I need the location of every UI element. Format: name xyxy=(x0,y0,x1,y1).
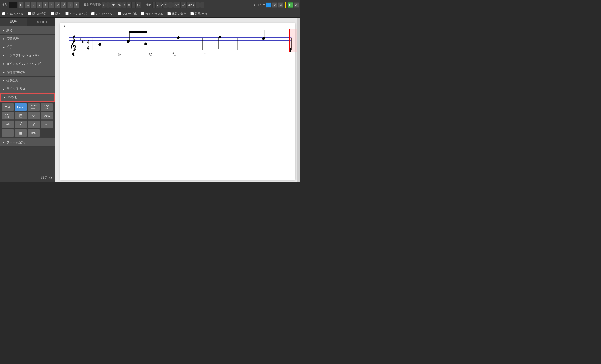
icon-block-text[interactable]: BlockText xyxy=(28,103,40,111)
func-H-btn[interactable]: H xyxy=(168,2,173,8)
icon-slash[interactable]: ⁄ xyxy=(15,120,27,128)
icon-box[interactable]: □ xyxy=(2,129,14,137)
note-64th[interactable]: 𝅘𝅥𝅰 xyxy=(61,2,66,8)
section-time-sig[interactable]: ▶ 拍子 xyxy=(0,43,55,51)
svg-point-21 xyxy=(177,36,180,39)
checkbox-stem-beam[interactable] xyxy=(190,12,194,15)
icon-grid-sym[interactable]: ⊞ xyxy=(15,112,27,120)
layer-p-btn[interactable]: P xyxy=(288,2,293,8)
note-sixteenth[interactable]: ♬ xyxy=(49,2,54,8)
section-label-expr: エクスプレッションマッ xyxy=(6,53,41,58)
off-btn[interactable]: off xyxy=(110,2,116,8)
icon-ped[interactable]: 𝒫ed. xyxy=(41,112,53,120)
note-32nd[interactable]: 𝅘𝅥𝅯 xyxy=(55,2,60,8)
icon-img[interactable]: IMG xyxy=(28,129,40,137)
tab-inspector[interactable]: Inspector xyxy=(27,18,55,26)
section-arrow-dyn2: ▶ xyxy=(3,79,5,82)
section-form[interactable]: ▶ フォーム記号 xyxy=(0,138,55,147)
layer-1-btn[interactable]: 1 xyxy=(266,2,271,8)
icon-asterisk[interactable]: ✳ xyxy=(2,120,14,128)
check-quantize[interactable]: クオンタイズ xyxy=(65,12,87,16)
note-eighth[interactable]: ♪ xyxy=(43,2,48,8)
T-button[interactable]: T xyxy=(67,2,73,8)
sharp-btn[interactable]: # xyxy=(122,2,126,8)
lyric-2: な xyxy=(149,52,152,56)
checkbox-quantize[interactable] xyxy=(65,12,69,15)
check-rest-split[interactable]: 休符の分割 xyxy=(167,12,186,16)
note-whole[interactable]: 𝅝 xyxy=(25,2,30,8)
icon-lyrics[interactable]: Lyrics xyxy=(15,103,27,111)
flat-btn[interactable]: ♭ xyxy=(102,2,106,8)
tab-symbols[interactable]: 記号 xyxy=(0,18,27,26)
measure-number: 1 xyxy=(64,24,65,27)
func-upd-btn[interactable]: UPD xyxy=(186,2,195,8)
score-area[interactable]: 1 𝄞 # # # 4 4 xyxy=(55,18,300,182)
insert-label: 挿入 xyxy=(2,3,7,7)
icon-grid2[interactable]: ▦ xyxy=(15,129,27,137)
section-clef[interactable]: ▶ 音部記号 xyxy=(0,35,55,43)
checkbox-group[interactable] xyxy=(118,12,121,15)
checkbox-rest-split[interactable] xyxy=(167,12,171,15)
layer-2-btn[interactable]: 2 xyxy=(272,2,277,8)
section-key-signature[interactable]: ▶ 調号 xyxy=(0,26,55,35)
section-note-symbols[interactable]: ▶ 音符付加記号 xyxy=(0,68,55,77)
checkbox-measure-handle[interactable] xyxy=(2,12,5,15)
func-arrow-btn[interactable]: ⇔ xyxy=(163,2,168,8)
main-layout: 記号 Inspector ▶ 調号 ▶ 音部記号 ▶ 拍子 ▶ エクスプレッショ… xyxy=(0,18,300,182)
check-quantize-label: クオンタイズ xyxy=(70,12,87,16)
func-c7-btn[interactable]: C⁷ xyxy=(180,2,186,8)
settings-icon[interactable]: ⚙ xyxy=(49,176,52,180)
check-cut-rhythm-label: カット/リズム xyxy=(145,12,163,16)
icon-text[interactable]: Text xyxy=(2,103,14,111)
T-dropdown[interactable]: ▾ xyxy=(74,2,79,8)
icon-layt-text[interactable]: Layt.Text xyxy=(41,103,53,111)
icon-dots[interactable]: ··· xyxy=(41,120,53,128)
checkbox-cut-rhythm[interactable] xyxy=(141,12,144,15)
no-btn[interactable]: no xyxy=(116,2,122,8)
svg-point-25 xyxy=(218,35,221,39)
layer-a-btn[interactable]: A xyxy=(294,2,299,8)
checkbox-hide[interactable] xyxy=(51,12,54,15)
scrollbar-right[interactable] xyxy=(297,18,300,182)
check-layout[interactable]: レイアウトツ. xyxy=(91,12,114,16)
L-button[interactable]: L xyxy=(18,2,24,8)
paren-btn[interactable]: ( ) xyxy=(136,2,141,8)
check-hidden-notes[interactable]: 隠した音符 xyxy=(28,12,47,16)
sep2 xyxy=(143,2,143,8)
section-dynamics[interactable]: ▶ ダイナミクスマッピング xyxy=(0,60,55,68)
func-minus-btn[interactable]: − xyxy=(196,2,200,8)
note-quarter[interactable]: ♩ xyxy=(37,2,42,8)
check-stem-beam[interactable]: 符尾/連桁 xyxy=(190,12,207,16)
section-expression[interactable]: ▶ エクスプレッションマッ xyxy=(0,51,55,60)
checkbox-layout[interactable] xyxy=(91,12,95,15)
icon-c7[interactable]: C⁷ xyxy=(28,112,40,120)
func-i-btn[interactable]: i xyxy=(152,2,155,8)
func-notes2-btn[interactable]: 𝅘𝅥𝅯𝅘𝅥𝅯 xyxy=(160,2,163,8)
question-btn[interactable]: ? xyxy=(131,2,136,8)
layer-3-btn[interactable]: 3 xyxy=(278,2,283,8)
text-cursor xyxy=(290,48,291,52)
icon-page-text[interactable]: PageText xyxy=(2,112,14,120)
section-arrow-expr: ▶ xyxy=(3,54,5,57)
func-xy-btn[interactable]: X/Y xyxy=(173,2,180,8)
section-dynamics2[interactable]: ▶ 強弱記号 xyxy=(0,77,55,85)
icon-double-slash[interactable]: ⁄⁄ xyxy=(28,120,40,128)
sep1 xyxy=(81,2,81,8)
check-hide-label: 隠す xyxy=(55,12,61,16)
section-label-lines: ライン/トリル xyxy=(6,87,26,91)
flat2-btn[interactable]: ♭ xyxy=(106,2,110,8)
section-lines[interactable]: ▶ ライン/トリル xyxy=(0,85,55,93)
double-sharp-btn[interactable]: × xyxy=(127,2,131,8)
checkbox-hidden-notes[interactable] xyxy=(28,12,31,15)
section-other[interactable]: ▼ その他 xyxy=(0,93,55,102)
func-plus-btn[interactable]: + xyxy=(200,2,204,8)
check-group[interactable]: グループ化 xyxy=(118,12,137,16)
func-note-btn[interactable]: ♩ xyxy=(156,2,160,8)
check-hide[interactable]: 隠す xyxy=(51,12,61,16)
svg-text:𝄞: 𝄞 xyxy=(70,35,77,56)
note-half[interactable]: 𝅗𝅥 xyxy=(31,2,36,8)
svg-text:#: # xyxy=(84,37,85,42)
check-measure-handle[interactable]: 小節ハンドル xyxy=(2,12,24,16)
check-cut-rhythm[interactable]: カット/リズム xyxy=(141,12,163,16)
insert-input[interactable] xyxy=(9,2,17,8)
